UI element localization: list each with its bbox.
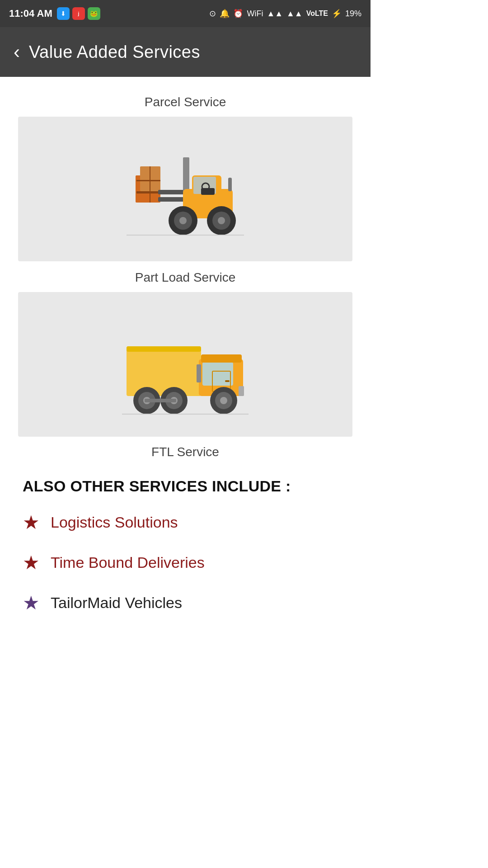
svg-rect-24 — [202, 362, 233, 386]
location-icon: ⊙ — [209, 9, 216, 19]
svg-rect-29 — [239, 386, 244, 396]
status-app-icons: ⬇ j 🐸 — [57, 7, 100, 20]
toolbar: ‹ Value Added Services — [0, 27, 371, 77]
svg-rect-3 — [136, 180, 160, 181]
part-load-service-image — [18, 292, 352, 437]
whatsapp-icon: 🐸 — [88, 7, 100, 20]
time-bound-star-icon: ★ — [23, 552, 40, 574]
volte-label: VoLTE — [306, 9, 328, 18]
page-title: Value Added Services — [29, 42, 200, 62]
svg-rect-13 — [228, 178, 232, 191]
signal1-icon: ▲▲ — [267, 9, 283, 19]
status-bar: 11:04 AM ⬇ j 🐸 ⊙ 🔔 ⏰ WiFi ▲▲ ▲▲ VoLTE ⚡ … — [0, 0, 371, 27]
parcel-service-label: Parcel Service — [18, 95, 352, 109]
main-content: Parcel Service — [0, 77, 371, 641]
truck-icon — [113, 306, 258, 423]
other-services-section: ALSO OTHER SERVICES INCLUDE : ★ Logistic… — [18, 477, 352, 614]
alarm-icon: 🔔 — [220, 9, 230, 19]
parcel-service-section: Parcel Service — [18, 95, 352, 261]
jio-icon: j — [72, 7, 85, 20]
svg-point-19 — [179, 217, 187, 224]
download-manager-icon: ⬇ — [57, 7, 70, 20]
status-right: ⊙ 🔔 ⏰ WiFi ▲▲ ▲▲ VoLTE ⚡ 19% — [209, 9, 361, 19]
logistics-star-icon: ★ — [23, 511, 40, 533]
tailormaid-star-icon: ★ — [23, 592, 40, 614]
svg-rect-27 — [225, 380, 230, 382]
parcel-service-image — [18, 117, 352, 261]
svg-rect-40 — [145, 399, 176, 402]
svg-rect-21 — [127, 346, 201, 396]
ftl-service-label: FTL Service — [18, 445, 352, 459]
svg-rect-22 — [127, 346, 201, 352]
signal2-icon: ▲▲ — [286, 9, 303, 19]
time-bound-item: ★ Time Bound Deliveries — [23, 552, 348, 574]
svg-point-16 — [218, 217, 225, 224]
svg-point-38 — [220, 397, 227, 404]
logistics-solutions-label: Logistics Solutions — [51, 514, 178, 531]
status-left: 11:04 AM ⬇ j 🐸 — [9, 7, 100, 20]
time-bound-label: Time Bound Deliveries — [51, 554, 205, 571]
part-load-service-label: Part Load Service — [18, 270, 352, 285]
svg-rect-25 — [201, 354, 242, 363]
tailormaid-item: ★ TailorMaid Vehicles — [23, 592, 348, 614]
clock-icon: ⏰ — [233, 9, 243, 19]
forklift-icon — [113, 130, 258, 248]
svg-rect-2 — [136, 191, 160, 193]
back-button[interactable]: ‹ — [14, 42, 20, 61]
svg-rect-28 — [197, 364, 201, 382]
tailormaid-label: TailorMaid Vehicles — [51, 594, 182, 612]
wifi-icon: WiFi — [247, 9, 263, 19]
part-load-service-section: Part Load Service — [18, 270, 352, 437]
other-services-title: ALSO OTHER SERVICES INCLUDE : — [23, 477, 348, 495]
status-time: 11:04 AM — [9, 8, 52, 19]
battery-level: 19% — [345, 9, 361, 19]
logistics-solutions-item: ★ Logistics Solutions — [23, 511, 348, 533]
charging-icon: ⚡ — [332, 9, 342, 19]
